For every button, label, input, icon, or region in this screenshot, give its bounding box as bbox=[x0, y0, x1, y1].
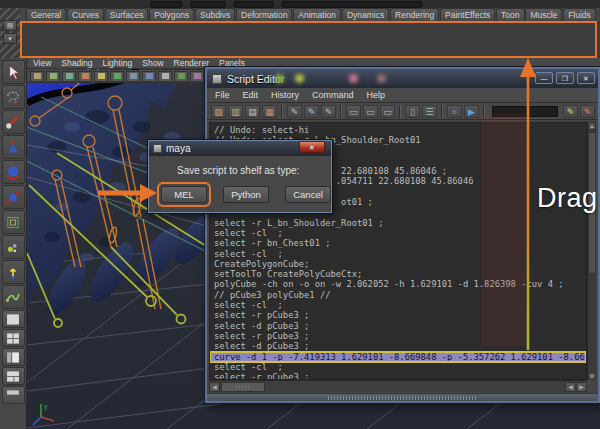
vertical-scrollbar[interactable]: ▲ ▼ bbox=[587, 122, 596, 380]
history-pane-icon[interactable]: ▭ bbox=[346, 105, 361, 118]
panel-menu-show[interactable]: Show bbox=[142, 58, 163, 68]
show-line-numbers-icon[interactable]: ✎ bbox=[287, 105, 302, 118]
move-tool[interactable] bbox=[2, 135, 25, 159]
input-pane-icon[interactable]: ▭ bbox=[363, 105, 378, 118]
grid-toggle-icon[interactable] bbox=[126, 71, 140, 82]
window-resize-handle[interactable] bbox=[207, 393, 598, 401]
shelf-tab-surfaces[interactable]: Surfaces bbox=[105, 8, 149, 22]
minimize-button[interactable]: — bbox=[535, 72, 553, 84]
maximize-button[interactable]: ❐ bbox=[556, 72, 574, 84]
new-script-tab-icon[interactable]: ✎ bbox=[321, 105, 336, 118]
scroll-left-icon[interactable]: ◀ bbox=[209, 382, 220, 392]
scale-tool[interactable] bbox=[2, 185, 25, 209]
split-panes-icon[interactable]: ▭ bbox=[380, 105, 395, 118]
scroll-right-icon[interactable]: ▶ bbox=[576, 382, 587, 392]
scroll-down-icon[interactable]: ▼ bbox=[588, 372, 596, 380]
script-editor-menu-history[interactable]: History bbox=[271, 90, 299, 100]
xray-icon[interactable] bbox=[158, 71, 172, 82]
script-editor-menu-file[interactable]: File bbox=[215, 90, 230, 100]
cropped-ui-fragment bbox=[234, 1, 274, 8]
shelf-tab-toon[interactable]: Toon bbox=[496, 8, 524, 22]
single-pane-layout[interactable] bbox=[2, 310, 25, 328]
shelf-tab-rendering[interactable]: Rendering bbox=[390, 8, 439, 22]
panel-menu-lighting[interactable]: Lighting bbox=[102, 58, 132, 68]
cancel-button[interactable]: Cancel bbox=[285, 186, 331, 203]
select-tool[interactable] bbox=[2, 60, 25, 84]
persp-graph-layout[interactable] bbox=[2, 367, 25, 385]
show-manipulator-tool[interactable] bbox=[2, 260, 25, 284]
last-used-tool[interactable] bbox=[2, 285, 25, 309]
selected-script-line[interactable]: curve -d 1 -p -7.419313 1.629101 -8.6698… bbox=[210, 352, 586, 362]
script-line: polyCube -ch on -o on -w 2.062052 -h 1.6… bbox=[210, 279, 586, 289]
shelf-tab-polygons[interactable]: Polygons bbox=[149, 8, 194, 22]
save-script-icon[interactable]: ▥ bbox=[228, 105, 243, 118]
blurred-plugin-icon bbox=[275, 74, 284, 83]
shelf-editor-icon[interactable]: ▤ bbox=[3, 20, 17, 31]
soft-modification-tool[interactable] bbox=[2, 235, 25, 259]
dialog-close-icon[interactable]: ✕ bbox=[299, 141, 325, 153]
panel-menu-shading[interactable]: Shading bbox=[61, 58, 92, 68]
shelf-tab-fluids[interactable]: Fluids bbox=[563, 8, 596, 22]
isolate-select-icon[interactable] bbox=[190, 71, 204, 82]
mel-button[interactable]: MEL bbox=[161, 186, 207, 203]
lasso-select-tool[interactable] bbox=[2, 85, 25, 109]
command-clear-icon[interactable]: ✎ bbox=[580, 105, 595, 118]
safe-display-icon[interactable] bbox=[174, 71, 188, 82]
script-editor-menu-command[interactable]: Command bbox=[312, 90, 354, 100]
universal-manipulator-tool[interactable] bbox=[2, 210, 25, 234]
texturing-icon[interactable] bbox=[110, 71, 124, 82]
persp-outliner-layout[interactable] bbox=[2, 348, 25, 366]
script-line: select -r bn_Chest01 ; bbox=[210, 238, 586, 248]
horizontal-scrollbar[interactable]: ◀ ◀ ▶ bbox=[209, 380, 587, 392]
echo-all-commands-icon[interactable]: ▯ bbox=[405, 105, 420, 118]
window-controls: —❐✕ bbox=[532, 72, 595, 84]
camera-gate-icon[interactable] bbox=[142, 71, 156, 82]
snap-point-icon[interactable] bbox=[62, 71, 76, 82]
panel-menu-panels[interactable]: Panels bbox=[219, 58, 245, 68]
script-editor-menu-edit[interactable]: Edit bbox=[243, 90, 259, 100]
script-line: select -r pCube3 ; bbox=[210, 310, 586, 320]
script-line: setToolTo CreatePolyCubeCtx; bbox=[210, 269, 586, 279]
script-editor-titlebar[interactable]: Script Editor —❐✕ bbox=[207, 69, 598, 88]
lighting-icon[interactable] bbox=[94, 71, 108, 82]
save-script-to-shelf-icon[interactable]: ▤ bbox=[245, 105, 260, 118]
toolbar-search-input[interactable] bbox=[492, 106, 558, 117]
make-live-icon[interactable] bbox=[78, 71, 92, 82]
script-editor-window-icon bbox=[212, 74, 222, 84]
cropped-ui-fragment bbox=[150, 1, 182, 8]
script-line: select -cl ; bbox=[210, 362, 586, 372]
snap-grid-icon[interactable] bbox=[30, 71, 44, 82]
open-script-icon[interactable]: ▨ bbox=[211, 105, 226, 118]
shelf-tab-animation[interactable]: Animation bbox=[293, 8, 341, 22]
scroll-left-icon[interactable]: ◀ bbox=[565, 382, 576, 392]
execute-icon[interactable]: ▶ bbox=[464, 105, 479, 118]
horizontal-scrollbar-thumb[interactable] bbox=[221, 382, 265, 392]
close-button[interactable]: ✕ bbox=[577, 72, 595, 84]
scroll-up-icon[interactable]: ▲ bbox=[588, 122, 596, 130]
show-history-options-icon[interactable]: ☰ bbox=[422, 105, 437, 118]
shelf-tab-curves[interactable]: Curves bbox=[67, 8, 104, 22]
python-button[interactable]: Python bbox=[223, 186, 269, 203]
hypershade-layout[interactable] bbox=[2, 386, 25, 404]
dialog-titlebar[interactable]: maya ✕ bbox=[149, 141, 331, 156]
shelf-tab-painteffects[interactable]: PaintEffects bbox=[440, 8, 495, 22]
script-editor-menu-help[interactable]: Help bbox=[367, 90, 386, 100]
shelf-tab-subdivs[interactable]: Subdivs bbox=[195, 8, 235, 22]
maya-dialog-icon bbox=[153, 144, 162, 153]
shelf-tab-general[interactable]: General bbox=[26, 8, 66, 22]
panel-menu-renderer[interactable]: Renderer bbox=[174, 58, 209, 68]
command-quick-help-icon[interactable]: ✎ bbox=[563, 105, 578, 118]
clear-history-icon[interactable]: ▦ bbox=[262, 105, 277, 118]
blurred-plugin-icon bbox=[349, 74, 358, 83]
snap-curve-icon[interactable] bbox=[46, 71, 60, 82]
shelf-tab-deformation[interactable]: Deformation bbox=[236, 8, 292, 22]
four-pane-layout[interactable] bbox=[2, 329, 25, 347]
panel-menu-view[interactable]: View bbox=[33, 58, 51, 68]
shelf-tab-muscle[interactable]: Muscle bbox=[525, 8, 562, 22]
paint-select-tool[interactable] bbox=[2, 110, 25, 134]
show-stack-trace-icon[interactable]: ✎ bbox=[304, 105, 319, 118]
execute-all-icon[interactable]: » bbox=[447, 105, 462, 118]
rotate-tool[interactable] bbox=[2, 160, 25, 184]
shelf-menu-icon[interactable]: ▾ bbox=[3, 33, 17, 44]
shelf-tab-dynamics[interactable]: Dynamics bbox=[342, 8, 389, 22]
